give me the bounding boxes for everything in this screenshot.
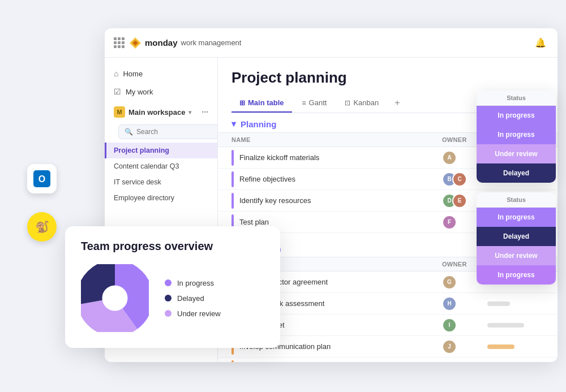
status-pill-in-progress-3[interactable]: In progress: [477, 208, 556, 227]
add-tab-button[interactable]: +: [389, 93, 405, 113]
logo-sub: work management: [181, 38, 242, 47]
svg-point-9: [102, 286, 127, 311]
avatar: A: [442, 150, 457, 165]
legend-item-delayed: Delayed: [165, 294, 221, 303]
table-icon: ⊞: [239, 99, 245, 107]
sidebar-item-it-service[interactable]: IT service desk: [105, 174, 217, 190]
avatar: J: [442, 339, 457, 354]
outlook-icon: O: [27, 164, 57, 193]
avatar: K: [442, 361, 457, 363]
row-accent: [231, 193, 234, 209]
workspace-label: Main workspace: [128, 108, 185, 117]
search-bar: 🔍: [118, 124, 218, 139]
row-accent: [231, 150, 234, 166]
bell-icon[interactable]: 🔔: [533, 35, 548, 51]
status-pill-under-review-1[interactable]: Under review: [477, 144, 556, 163]
mywork-icon: ☑: [114, 87, 121, 96]
status-card-1: Status In progress In progress Under rev…: [477, 91, 556, 183]
tab-main-table[interactable]: ⊞ Main table: [231, 94, 292, 113]
status-pill-delayed-1[interactable]: Delayed: [477, 163, 556, 183]
legend-dot-under-review: [165, 310, 171, 317]
workspace-more-icon[interactable]: ···: [201, 107, 208, 117]
sidebar-item-project-planning[interactable]: Project planning: [105, 143, 217, 158]
tab-kanban[interactable]: ⊡ Kanban: [337, 94, 387, 113]
status-card-2: Status In progress Delayed Under review …: [477, 192, 556, 285]
page-title: Project planning: [231, 69, 544, 87]
avatar: E: [452, 193, 467, 208]
search-input[interactable]: [136, 128, 218, 136]
svg-text:O: O: [38, 174, 45, 184]
avatar: G: [442, 275, 457, 290]
gantt-icon: ≡: [302, 99, 306, 107]
sidebar-item-home-label: Home: [123, 70, 143, 78]
home-icon: ⌂: [114, 69, 118, 78]
sidebar-item-mywork[interactable]: ☑ My work: [105, 83, 217, 101]
col-header-name: Name: [231, 133, 442, 147]
mailchimp-icon: 🐒: [27, 212, 57, 242]
status-pill-in-progress-4[interactable]: In progress: [477, 265, 556, 285]
sidebar-item-home[interactable]: ⌂ Home: [105, 64, 217, 83]
timeline-bar: [487, 301, 510, 306]
sidebar-item-mywork-label: My work: [126, 88, 153, 96]
row-accent: [231, 171, 234, 187]
group-planning-icon: ▾: [231, 119, 236, 129]
status-pill-in-progress-1[interactable]: In progress: [477, 106, 556, 125]
progress-card-content: In progress Delayed Under review: [81, 264, 264, 332]
status-pill-delayed-2[interactable]: Delayed: [477, 227, 556, 246]
avatar: H: [442, 296, 457, 311]
tab-gantt[interactable]: ≡ Gantt: [294, 94, 335, 113]
row-accent: [231, 360, 234, 363]
workspace-avatar: M: [114, 106, 125, 118]
legend-dot-delayed: [165, 295, 171, 301]
legend-area: In progress Delayed Under review: [165, 279, 221, 318]
legend-item-under-review: Under review: [165, 309, 221, 318]
table-row[interactable]: ...v candidate interviews K: [218, 357, 558, 362]
progress-card-title: Team progress overview: [81, 240, 264, 253]
pie-chart: [81, 264, 149, 332]
status-card-1-label: Status: [477, 91, 556, 106]
sidebar-item-employee-dir[interactable]: Employee directory: [105, 190, 217, 206]
topbar: monday work management 🔔: [105, 28, 558, 58]
avatar: F: [442, 215, 457, 230]
legend-dot-in-progress: [165, 279, 171, 286]
kanban-icon: ⊡: [345, 99, 350, 107]
timeline-bar: [487, 323, 524, 328]
search-icon: 🔍: [125, 128, 133, 136]
legend-item-in-progress: In progress: [165, 279, 221, 287]
logo-text: monday: [145, 38, 178, 48]
grid-menu-icon[interactable]: [114, 37, 125, 48]
logo-area: monday work management: [129, 37, 241, 49]
workspace-header: M Main workspace ▾ ···: [105, 101, 217, 121]
status-pill-under-review-2[interactable]: Under review: [477, 246, 556, 265]
avatar: I: [442, 318, 457, 333]
sidebar-item-content-calendar[interactable]: Content calendar Q3: [105, 158, 217, 174]
progress-card: Team progress overview In progress Delay…: [65, 226, 280, 348]
workspace-chevron-icon[interactable]: ▾: [188, 109, 191, 115]
timeline-bar: [487, 344, 514, 349]
avatar: C: [452, 172, 467, 187]
svg-text:🐒: 🐒: [35, 220, 49, 234]
status-pill-in-progress-2[interactable]: In progress: [477, 125, 556, 144]
logo-diamond-icon: [129, 37, 142, 49]
status-card-2-label: Status: [477, 192, 556, 208]
